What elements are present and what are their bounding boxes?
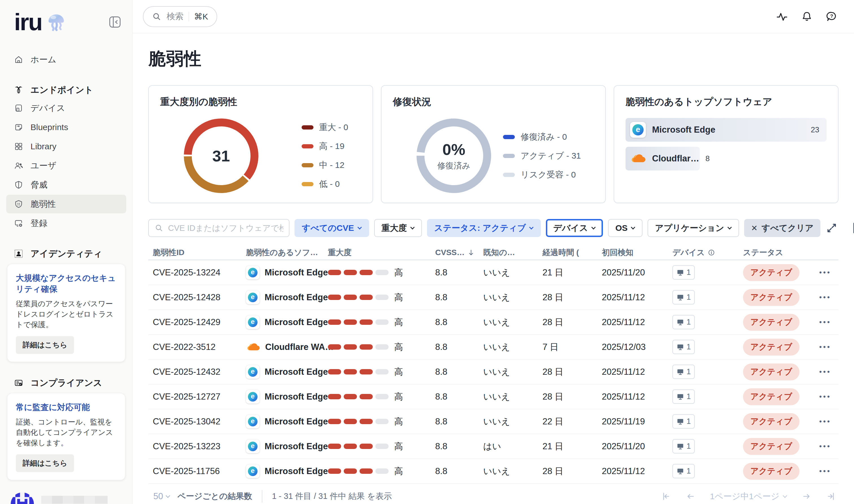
table-row[interactable]: CVE-2025-12429 Microsoft Edge 高 8.8 いいえ [148, 310, 838, 335]
prev-page-button[interactable] [686, 491, 695, 501]
col-header-severity[interactable]: 重大度 [324, 247, 431, 258]
row-menu-button[interactable]: ••• [819, 417, 831, 426]
table-row[interactable]: CVE-2025-13042 Microsoft Edge 高 8.8 いいえ [148, 409, 838, 434]
row-menu-button[interactable]: ••• [819, 343, 831, 351]
device-count-chip[interactable]: 1 [673, 390, 695, 404]
filter-status[interactable]: ステータス: アクティブ [427, 219, 541, 237]
col-header-age[interactable]: 経過時間 ( [538, 247, 597, 258]
row-menu-button[interactable]: ••• [819, 442, 831, 451]
row-menu-button[interactable]: ••• [819, 392, 831, 401]
table-row[interactable]: CVE-2025-12727 Microsoft Edge 高 8.8 いいえ [148, 384, 838, 409]
edge-icon [246, 415, 260, 428]
devices-cell: 1 [668, 315, 738, 329]
bell-icon[interactable] [801, 11, 813, 22]
card-title: 重大度別の脆弱性 [160, 95, 361, 108]
row-menu-button[interactable]: ••• [819, 268, 831, 277]
summary-cards: 重大度別の脆弱性 31 重大 - 0 [148, 85, 838, 203]
first-page-button[interactable] [661, 491, 671, 501]
device-count-chip[interactable]: 1 [673, 414, 695, 429]
sidebar-item-vulnerabilities[interactable]: 脆弱性 [6, 195, 126, 213]
device-count-chip[interactable]: 1 [673, 340, 695, 354]
table-row[interactable]: CVE-2025-12432 Microsoft Edge 高 8.8 いいえ [148, 360, 838, 384]
identity-promo-cta-button[interactable]: 詳細はこちら [16, 336, 74, 354]
filter-application[interactable]: アプリケーション [648, 219, 739, 237]
monitor-icon [676, 368, 684, 376]
software-bar-row[interactable]: Cloudflar… 8 [626, 147, 700, 170]
device-count-chip[interactable]: 1 [673, 365, 695, 379]
per-page-select[interactable]: 50 [153, 491, 170, 502]
edge-icon [246, 316, 260, 329]
info-icon[interactable] [708, 249, 715, 256]
filter-severity[interactable]: 重大度 [374, 219, 422, 237]
col-header-status[interactable]: ステータス [738, 247, 809, 258]
help-icon[interactable]: ? [826, 11, 838, 22]
sidebar-item-users[interactable]: ユーザ [6, 156, 126, 175]
user-account-row[interactable] [0, 485, 133, 504]
first-seen-cell: 2025/11/20 [597, 268, 668, 278]
col-header-software[interactable]: 脆弱性のあるソフ… [242, 247, 324, 258]
severity-meter [328, 344, 388, 349]
row-menu-button[interactable]: ••• [819, 293, 831, 302]
software-bar-row[interactable]: Microsoft Edge 23 [626, 118, 826, 142]
table-row[interactable]: CVE-2025-12428 Microsoft Edge 高 8.8 いいえ [148, 285, 838, 310]
page-indicator-select[interactable]: 1ページ中1ページ [710, 491, 787, 502]
next-page-button[interactable] [802, 491, 812, 501]
sidebar-item-threats[interactable]: 脅威 [6, 176, 126, 194]
col-header-cve[interactable]: 脆弱性ID [148, 247, 242, 258]
table-header-row: 脆弱性ID 脆弱性のあるソフ… 重大度 CVSS… 既知の… 経過時間 ( 初回… [148, 246, 838, 260]
col-header-known[interactable]: 既知の… [479, 247, 538, 258]
edge-icon [246, 291, 260, 304]
cvss-cell: 8.8 [431, 367, 479, 377]
sidebar-item-devices[interactable]: デバイス [6, 99, 126, 118]
row-menu-button[interactable]: ••• [819, 318, 831, 326]
col-header-devices[interactable]: デバイス [668, 247, 738, 258]
cve-id-cell: CVE-2025-13224 [148, 268, 242, 278]
status-badge: アクティブ [743, 314, 800, 331]
sidebar-item-home[interactable]: ホーム [6, 50, 126, 69]
device-count-chip[interactable]: 1 [673, 439, 695, 453]
filter-devices[interactable]: デバイス [546, 219, 603, 237]
edge-icon [246, 390, 260, 403]
known-exploited-cell: いいえ [479, 465, 538, 477]
download-icon[interactable] [850, 222, 854, 234]
table-row[interactable]: CVE-2025-13223 Microsoft Edge 高 8.8 はい [148, 434, 838, 459]
status-badge: アクティブ [743, 339, 800, 356]
monitor-icon [676, 269, 684, 276]
legend-label: リスク受容 - 0 [521, 169, 576, 181]
shield-icon [14, 180, 23, 190]
last-page-button[interactable] [826, 491, 836, 501]
row-menu-button[interactable]: ••• [819, 367, 831, 376]
sidebar-item-register[interactable]: 登録 [6, 214, 126, 233]
table-row[interactable]: CVE-2025-11756 Microsoft Edge 高 8.8 いいえ [148, 459, 838, 484]
device-count-chip[interactable]: 1 [673, 265, 695, 280]
library-grid-icon [14, 142, 23, 151]
col-header-first-seen[interactable]: 初回検知 [597, 247, 668, 258]
monitor-icon [676, 318, 684, 326]
row-menu-cell: ••• [809, 392, 838, 401]
device-count-chip[interactable]: 1 [673, 290, 695, 305]
global-search[interactable]: 検索 ⌘K [143, 6, 217, 27]
sidebar-item-blueprints[interactable]: Blueprints [6, 118, 126, 137]
col-header-cvss[interactable]: CVSS… [431, 248, 479, 257]
legend-item: 修復済み - 0 [503, 131, 581, 143]
promo-body: 従業員のアクセスをパスワードレスログインとゼロトラストで保護。 [16, 299, 117, 330]
filter-os[interactable]: OS [608, 219, 643, 237]
filter-all-cve[interactable]: すべてのCVE [295, 219, 369, 237]
known-exploited-cell: いいえ [479, 291, 538, 303]
cve-search-input[interactable] [168, 223, 283, 233]
clear-all-filters-button[interactable]: すべてクリア [744, 219, 820, 237]
edge-icon [246, 465, 260, 478]
compliance-promo-cta-button[interactable]: 詳細はこちら [16, 454, 74, 472]
chevron-down-icon [631, 225, 635, 230]
table-row[interactable]: CVE-2022-3512 Cloudflare WA… [148, 335, 838, 360]
severity-cell: 高 [324, 465, 431, 477]
table-row[interactable]: CVE-2025-13224 Microsoft Edge 高 8.8 いいえ [148, 260, 838, 285]
sidebar-item-library[interactable]: Library [6, 137, 126, 156]
expand-table-icon[interactable] [825, 222, 838, 234]
row-menu-button[interactable]: ••• [819, 467, 831, 475]
sidebar-collapse-button[interactable] [109, 16, 121, 28]
activity-icon[interactable] [776, 11, 788, 22]
device-count-chip[interactable]: 1 [673, 464, 695, 478]
age-cell: 22 日 [538, 416, 597, 428]
device-count-chip[interactable]: 1 [673, 315, 695, 329]
